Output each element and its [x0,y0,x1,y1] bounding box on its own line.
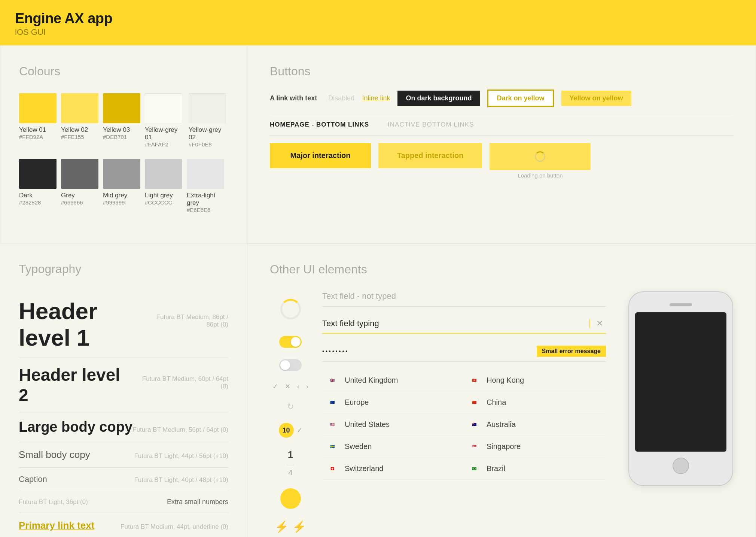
dark-on-yellow-button[interactable]: Dark on yellow [487,90,554,107]
sun-icon [280,488,301,509]
refresh-icon-wrap[interactable]: ↻ [287,402,294,412]
toggle-on[interactable] [279,336,302,348]
country-sg[interactable]: 🇸🇬 Singapore [464,436,606,458]
colours-panel: Colours Yellow 01 #FFD92A Yellow 02 #FFE… [0,45,247,243]
typo-row-caption: Caption Futura BT Light, 40pt / 48pt (+1… [19,468,228,491]
number-badge: 10 [279,423,294,438]
other-ui-panel: Other UI elements [247,243,756,537]
swatch-lightgrey-name: Light grey [145,192,173,199]
phone-home-button[interactable] [673,458,689,474]
country-us[interactable]: 🇺🇸 United States [322,413,464,436]
country-au[interactable]: 🇦🇺 Australia [464,413,606,436]
typo-row-small-body: Small body copy Futura BT Light, 44pt / … [19,442,228,468]
swatch-lightgrey: Light grey #CCCCCC [145,159,182,213]
app-header: Engine AX app iOS GUI [0,0,756,45]
small-body-spec: Futura BT Light, 44pt / 56pt (+10) [134,452,228,460]
chevron-right-icon[interactable]: › [306,383,308,391]
swatch-grey-name: Grey [61,192,75,199]
country-se[interactable]: 🇸🇪 Sweden [322,436,464,458]
country-br[interactable]: 🇧🇷 Brazil [464,458,606,480]
phone-screen [635,312,726,452]
swatch-yellow03-color [103,93,140,123]
toggle-thumb-off [280,360,290,370]
flag-ch-icon: 🇨🇭 [325,464,339,473]
swatch-yellowgrey01-name: Yellow-grey 01 [145,126,184,141]
colour-rows: Yellow 01 #FFD92A Yellow 02 #FFE155 Yell… [19,93,228,224]
country-au-name: Australia [487,420,516,429]
chevron-left-icon[interactable]: ‹ [297,383,299,391]
homepage-bottom-links[interactable]: HOMEPAGE - BOTTOM LINKS [270,121,369,128]
typo-row-h2: Header level 2 Futura BT Medium, 60pt / … [19,358,228,412]
other-ui-title: Other UI elements [270,263,733,276]
loading-button-wrap: Loading on button [490,143,591,179]
caption-sample: Caption [19,474,47,484]
link-row-label: A link with text [270,94,317,102]
text-field-typing-input[interactable] [322,314,589,333]
flag-br-icon: 🇧🇷 [467,464,481,473]
swatch-yellow03-hex: #DEB701 [103,134,127,140]
country-ch[interactable]: 🇨🇭 Switzerland [322,458,464,480]
swatch-lightgrey-hex: #CCCCCC [145,199,172,206]
flag-us-icon: 🇺🇸 [325,419,339,429]
country-hk[interactable]: 🇭🇰 Hong Kong [464,369,606,391]
swatch-yellowgrey01: Yellow-grey 01 #FAFAF2 [145,93,184,148]
text-field-not-typed-label: Text field - not typed [322,291,606,301]
swatch-midgrey-name: Mid grey [103,192,127,199]
primary-link-sample[interactable]: Primary link text [19,520,94,531]
toggle-track-on[interactable] [279,336,302,348]
large-body-spec: Futura BT Medium, 56pt / 64pt (0) [132,426,228,434]
swatch-grey: Grey #666666 [61,159,98,213]
divider-1 [270,114,733,114]
country-eu[interactable]: 🇪🇺 Europe [322,391,464,413]
loading-button[interactable] [490,143,591,170]
spinner-icon [535,151,545,162]
phone-mockup [628,291,733,486]
divider-2 [270,135,733,136]
h1-spec: Futura BT Medium, 86pt / 86pt (0) [149,313,228,328]
grey-swatches-row: Dark #282828 Grey #666666 Mid grey #9999… [19,159,228,213]
country-ch-name: Switzerland [345,464,383,473]
country-br-name: Brazil [487,464,505,473]
toggle-track-off[interactable] [279,359,302,371]
swatch-yellowgrey01-color [145,93,182,123]
refresh-icon[interactable]: ↻ [287,402,294,411]
dark-bg-button[interactable]: On dark background [397,91,480,106]
country-cn[interactable]: 🇨🇳 China [464,391,606,413]
flag-cn-icon: 🇨🇳 [467,397,481,407]
tapped-interaction-button[interactable]: Tapped interaction [378,143,482,168]
badge-row: 10 ✓ [279,423,302,438]
lightning-row: ⚡ ⚡ [275,520,306,533]
swatch-yellow03-name: Yellow 03 [103,126,130,134]
password-dots: •••••••• [322,348,349,354]
page-total: 4 [288,468,292,477]
inactive-bottom-links: INACTIVE BOTTOM LINKS [388,121,474,128]
toggle-off[interactable] [279,359,302,371]
swatch-yellowgrey02-color [189,93,226,123]
extra-small-spec: Futura BT Light, 36pt (0) [19,498,88,506]
yellow-on-yellow-button[interactable]: Yellow on yellow [561,91,631,106]
major-interaction-button[interactable]: Major interaction [270,143,371,168]
password-row: •••••••• Small error message [322,341,606,362]
text-field-typing-row: ✕ [322,314,606,334]
inline-link[interactable]: Inline link [362,94,390,102]
check-icon: ✓ [272,382,278,391]
lightning-icon-2: ⚡ [292,520,306,533]
swatch-yellowgrey02-hex: #F0F0E8 [189,141,212,148]
lightning-icon-1: ⚡ [275,520,289,533]
swatch-dark-color [19,159,57,189]
flag-se-icon: 🇸🇪 [325,442,339,451]
typo-row-primary-link: Primary link text Futura BT Medium, 44pt… [19,513,228,537]
swatch-yellow01: Yellow 01 #FFD92A [19,93,57,148]
country-uk[interactable]: 🇬🇧 United Kingdom [322,369,464,391]
h2-sample: Header level 2 [19,365,134,405]
major-buttons-row: Major interaction Tapped interaction Loa… [270,143,733,179]
swatch-yellow02: Yellow 02 #FFE155 [61,93,98,148]
bottom-links-row: HOMEPAGE - BOTTOM LINKS INACTIVE BOTTOM … [270,121,733,128]
country-sg-name: Singapore [487,442,521,451]
country-uk-name: United Kingdom [345,376,398,385]
clear-icon[interactable]: ✕ [593,319,606,328]
x-icon: ✕ [285,382,290,391]
error-badge: Small error message [537,346,606,357]
swatch-midgrey: Mid grey #999999 [103,159,140,213]
flag-sg-icon: 🇸🇬 [467,442,481,451]
